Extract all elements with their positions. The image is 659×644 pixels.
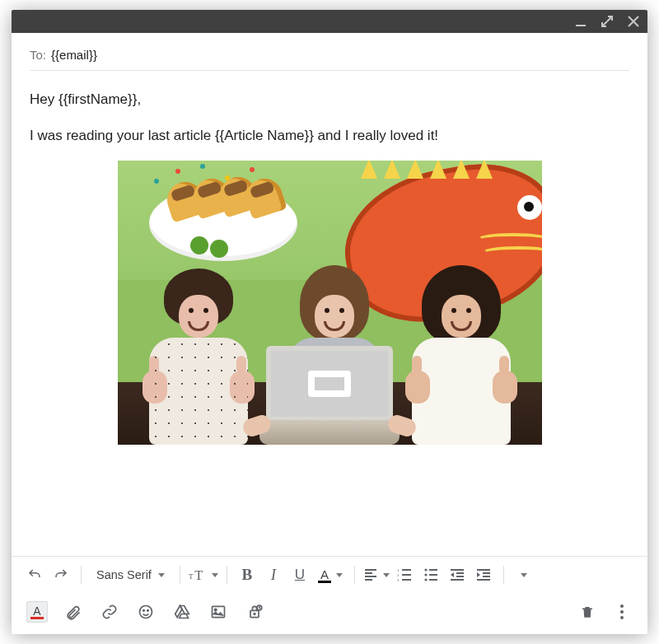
svg-point-23: [140, 606, 152, 618]
svg-rect-21: [483, 576, 490, 577]
more-formatting-button[interactable]: [512, 563, 535, 586]
svg-rect-6: [402, 569, 411, 571]
inline-image-wrap: [30, 161, 629, 445]
insert-photo-button[interactable]: [208, 601, 229, 623]
text-color-button[interactable]: A: [315, 567, 346, 583]
svg-point-25: [147, 610, 149, 612]
insert-emoji-button[interactable]: [135, 601, 157, 623]
confidential-mode-icon: [246, 604, 263, 620]
svg-rect-12: [429, 569, 437, 571]
svg-rect-17: [456, 576, 464, 577]
emoji-icon: [138, 604, 154, 620]
indent-increase-icon: [476, 567, 491, 582]
svg-text:1: 1: [397, 568, 400, 572]
compose-actions-toolbar: A: [12, 593, 647, 634]
svg-text:3: 3: [397, 578, 400, 582]
drive-icon: [174, 604, 190, 620]
formatting-options-button[interactable]: A: [26, 601, 48, 623]
svg-rect-0: [576, 25, 586, 26]
chevron-down-icon: [521, 573, 527, 577]
minimize-icon[interactable]: [575, 16, 587, 27]
close-icon[interactable]: [628, 16, 639, 27]
svg-point-33: [620, 616, 624, 619]
svg-point-32: [620, 610, 624, 614]
svg-rect-16: [456, 572, 464, 574]
body-greeting: Hey {{firstName}},: [30, 89, 629, 110]
bulleted-list-button[interactable]: [419, 563, 442, 586]
discard-draft-button[interactable]: [577, 601, 598, 623]
message-body[interactable]: Hey {{firstName}}, I was reading your la…: [30, 71, 629, 556]
redo-button[interactable]: [49, 563, 72, 586]
svg-text:T: T: [189, 573, 194, 581]
font-family-select[interactable]: Sans Serif: [90, 563, 171, 586]
more-options-icon: [619, 604, 624, 620]
svg-rect-19: [477, 569, 490, 571]
delete-icon: [580, 604, 595, 620]
bold-button[interactable]: B: [236, 563, 259, 586]
more-options-button[interactable]: [611, 601, 633, 623]
insert-link-button[interactable]: [99, 601, 120, 623]
attach-file-button[interactable]: [63, 601, 84, 623]
chevron-down-icon: [336, 573, 343, 577]
svg-point-11: [424, 578, 427, 581]
expand-icon[interactable]: [601, 16, 613, 27]
svg-point-24: [143, 610, 145, 612]
align-button[interactable]: [363, 567, 390, 582]
inline-image[interactable]: [118, 161, 542, 445]
chevron-down-icon: [158, 573, 165, 577]
svg-point-10: [424, 573, 427, 576]
svg-point-9: [424, 568, 427, 571]
svg-text:T: T: [194, 567, 203, 583]
bulleted-list-icon: [423, 567, 438, 582]
indent-increase-button[interactable]: [472, 563, 495, 586]
svg-rect-14: [429, 579, 437, 581]
font-size-button[interactable]: T T: [189, 567, 218, 583]
to-row[interactable]: To:: [30, 44, 629, 71]
numbered-list-button[interactable]: 123: [393, 563, 416, 586]
formatting-toolbar: Sans Serif T T B I U A: [12, 556, 647, 593]
undo-button[interactable]: [23, 563, 46, 586]
compose-window: To: Hey {{firstName}}, I was reading you…: [12, 10, 647, 634]
numbered-list-icon: 123: [397, 567, 412, 582]
confidential-mode-button[interactable]: [244, 601, 265, 623]
insert-link-icon: [101, 604, 118, 620]
svg-rect-7: [402, 574, 411, 576]
svg-rect-8: [402, 579, 411, 581]
to-input[interactable]: [51, 48, 629, 62]
svg-rect-15: [451, 569, 464, 571]
body-line-1: I was reading your last article {{Articl…: [30, 125, 629, 147]
indent-decrease-button[interactable]: [446, 563, 469, 586]
insert-photo-icon: [210, 604, 227, 620]
chevron-down-icon: [383, 573, 390, 577]
titlebar: [12, 10, 647, 33]
svg-point-31: [620, 604, 624, 608]
svg-point-27: [214, 609, 217, 611]
svg-text:2: 2: [397, 573, 400, 577]
svg-rect-22: [477, 579, 490, 581]
svg-rect-20: [483, 572, 490, 574]
indent-decrease-icon: [450, 567, 465, 582]
align-left-icon: [363, 567, 378, 582]
font-family-label: Sans Serif: [96, 568, 152, 581]
svg-rect-13: [429, 574, 437, 576]
underline-button[interactable]: U: [288, 563, 311, 586]
font-size-icon: T T: [189, 567, 207, 583]
to-label: To:: [30, 48, 46, 62]
chevron-down-icon: [212, 573, 218, 577]
text-format-icon: A: [30, 604, 44, 619]
attach-file-icon: [65, 604, 82, 620]
italic-button[interactable]: I: [262, 563, 285, 586]
insert-drive-button[interactable]: [171, 601, 193, 623]
svg-rect-18: [451, 579, 464, 581]
svg-point-29: [254, 614, 255, 615]
compose-content: To: Hey {{firstName}}, I was reading you…: [12, 33, 647, 593]
